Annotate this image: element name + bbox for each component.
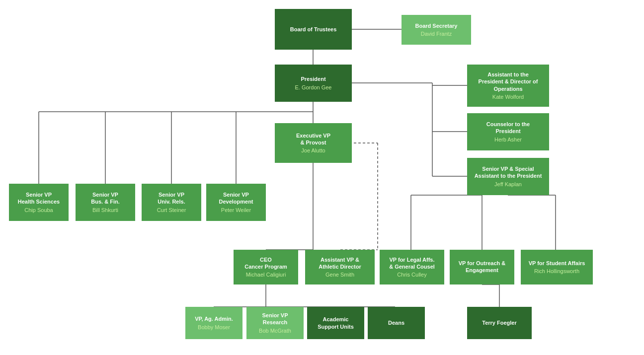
counselor-title: Counselor to thePresident <box>486 121 530 135</box>
asst-vp-title: Assistant VP &Athletic Director <box>319 256 361 271</box>
svp-development: Senior VPDevelopment Peter Weiler <box>206 184 266 221</box>
board-secretary-name: David Frantz <box>421 30 452 37</box>
vp-legal: VP for Legal Affs.& General Cousel Chris… <box>380 250 444 284</box>
asst-vp-athletic: Assistant VP &Athletic Director Gene Smi… <box>305 250 375 284</box>
svp-research-title: Senior VPResearch <box>262 312 288 326</box>
asst-president-title: Assistant to thePresident & Director ofO… <box>479 71 538 92</box>
senior-vp-special: Senior VP & SpecialAssistant to the Pres… <box>467 158 549 195</box>
vp-outreach: VP for Outreach &Engagement <box>450 250 514 284</box>
vp-legal-title: VP for Legal Affs.& General Cousel <box>389 256 435 271</box>
board-secretary-title: Board Secretary <box>415 22 458 29</box>
terry-foegler-title: Terry Foegler <box>482 319 517 326</box>
svp-health-name: Chip Souba <box>24 207 53 213</box>
svp-bus-name: Bill Shkurti <box>92 207 118 213</box>
svp-research-name: Bob McGrath <box>259 327 291 334</box>
svp-special-title: Senior VP & SpecialAssistant to the Pres… <box>475 165 542 180</box>
ceo-cancer-name: Michael Caligiuri <box>246 271 286 278</box>
deans: Deans <box>368 307 425 339</box>
vp-outreach-title: VP for Outreach &Engagement <box>459 260 506 274</box>
board-title: Board of Trustees <box>290 26 337 33</box>
svp-dev-name: Peter Weiler <box>221 207 251 213</box>
svp-dev-title: Senior VPDevelopment <box>219 191 253 206</box>
asst-vp-name: Gene Smith <box>325 271 354 278</box>
vp-student-name: Rich Hollingsworth <box>534 268 579 275</box>
president-title: President <box>301 75 325 82</box>
deans-title: Deans <box>388 319 404 326</box>
svp-research: Senior VPResearch Bob McGrath <box>246 307 304 339</box>
vp-ag-admin: VP, Ag. Admin. Bobby Moser <box>185 307 242 339</box>
vp-student-title: VP for Student Affairs <box>529 260 585 267</box>
svp-univ-name: Curt Steiner <box>157 207 186 213</box>
counselor-president: Counselor to thePresident Herb Asher <box>467 113 549 150</box>
svp-bus-fin: Senior VPBus. & Fin. Bill Shkurti <box>76 184 135 221</box>
exec-vp-name: Joe Alutto <box>301 147 325 154</box>
asst-president: Assistant to thePresident & Director ofO… <box>467 65 549 107</box>
academic-support: AcademicSupport Units <box>307 307 364 339</box>
academic-support-title: AcademicSupport Units <box>318 316 354 330</box>
ceo-cancer: CEOCancer Program Michael Caligiuri <box>234 250 298 284</box>
vp-student: VP for Student Affairs Rich Hollingswort… <box>521 250 593 284</box>
exec-vp-provost: Executive VP& Provost Joe Alutto <box>275 123 352 163</box>
vp-legal-name: Chris Culley <box>397 271 426 278</box>
vp-ag-name: Bobby Moser <box>198 324 230 331</box>
board-secretary: Board Secretary David Frantz <box>402 15 471 45</box>
svp-bus-title: Senior VPBus. & Fin. <box>91 191 119 206</box>
president: President E. Gordon Gee <box>275 65 352 102</box>
org-chart: Board of Trustees Board Secretary David … <box>0 0 644 355</box>
board-of-trustees: Board of Trustees <box>275 9 352 50</box>
svp-health: Senior VPHealth Sciences Chip Souba <box>9 184 69 221</box>
svp-univ-title: Senior VPUniv. Rels. <box>158 191 185 206</box>
counselor-name: Herb Asher <box>494 136 522 143</box>
vp-ag-title: VP, Ag. Admin. <box>195 315 233 322</box>
exec-vp-title: Executive VP& Provost <box>296 132 330 146</box>
ceo-cancer-title: CEOCancer Program <box>244 256 287 271</box>
svp-univ-rels: Senior VPUniv. Rels. Curt Steiner <box>142 184 201 221</box>
svp-health-title: Senior VPHealth Sciences <box>18 191 60 206</box>
asst-president-name: Kate Wolford <box>492 93 524 100</box>
svp-special-name: Jeff Kaplan <box>494 181 522 188</box>
president-name: E. Gordon Gee <box>295 84 332 91</box>
terry-foegler: Terry Foegler <box>467 307 532 339</box>
